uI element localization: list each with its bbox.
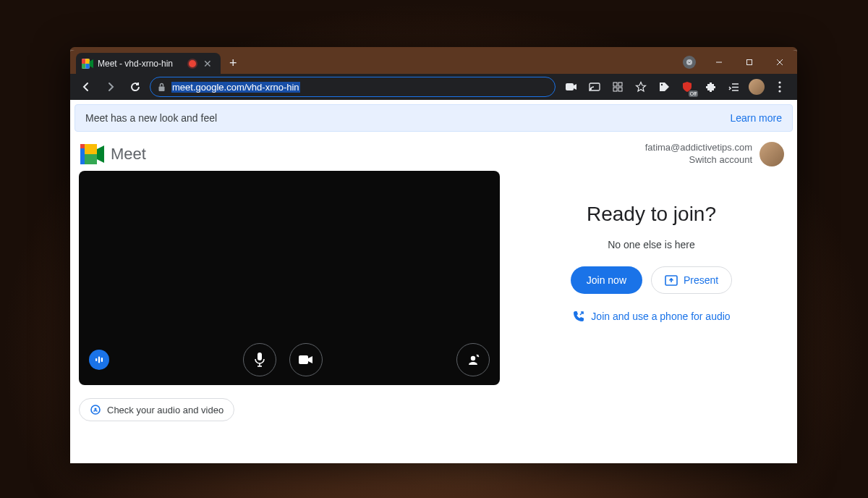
svg-rect-2 (85, 59, 89, 64)
banner-learn-more-link[interactable]: Learn more (730, 112, 782, 124)
svg-rect-30 (98, 357, 100, 363)
chrome-profile-button[interactable] (683, 56, 696, 69)
participants-status: No one else is here (608, 239, 695, 250)
svg-rect-14 (618, 83, 622, 86)
lock-icon (158, 83, 166, 92)
account-area: fatima@addictivetips.com Switch account (645, 142, 784, 166)
microphone-toggle-button[interactable] (243, 343, 276, 376)
account-avatar[interactable] (760, 142, 784, 166)
reload-button[interactable] (125, 77, 145, 97)
svg-rect-28 (80, 148, 85, 164)
main-content: Check your audio and video Ready to join… (70, 171, 797, 436)
browser-window: Meet - vhd-xrno-hin ✕ + (70, 47, 797, 463)
adblock-extension-icon[interactable]: Off (678, 78, 696, 96)
svg-rect-13 (613, 83, 617, 86)
reading-list-icon[interactable] (725, 78, 742, 96)
svg-rect-10 (159, 86, 165, 91)
account-email: fatima@addictivetips.com (645, 142, 752, 154)
svg-rect-32 (258, 353, 262, 360)
minimize-button[interactable] (705, 52, 733, 72)
svg-rect-7 (747, 59, 752, 64)
recording-indicator-icon (189, 60, 196, 67)
back-button[interactable] (76, 77, 96, 97)
svg-rect-31 (101, 358, 103, 362)
meet-brand: Meet (80, 144, 146, 164)
tag-extension-icon[interactable] (655, 78, 673, 96)
svg-point-38 (94, 408, 96, 410)
address-bar: meet.google.com/vhd-xrno-hin Off (70, 74, 797, 100)
chrome-menu-button[interactable] (771, 78, 788, 96)
browser-tab[interactable]: Meet - vhd-xrno-hin ✕ (76, 53, 221, 74)
maximize-button[interactable] (735, 52, 764, 72)
camera-indicator-icon[interactable] (563, 78, 580, 96)
window-controls (683, 50, 794, 74)
svg-point-23 (778, 90, 780, 92)
profile-avatar-small[interactable] (748, 78, 765, 96)
close-tab-button[interactable]: ✕ (200, 58, 215, 69)
present-label: Present (684, 274, 718, 286)
svg-point-36 (471, 356, 475, 360)
video-preview (79, 171, 500, 385)
url-text: meet.google.com/vhd-xrno-hin (171, 82, 300, 93)
svg-point-17 (660, 83, 662, 85)
url-input[interactable]: meet.google.com/vhd-xrno-hin (150, 77, 556, 97)
meet-header: Meet fatima@addictivetips.com Switch acc… (70, 132, 797, 171)
titlebar: Meet - vhd-xrno-hin ✕ + (70, 50, 797, 74)
join-now-button[interactable]: Join now (571, 266, 642, 294)
extensions-icon[interactable] (702, 78, 719, 96)
info-banner: Meet has a new look and feel Learn more (75, 104, 793, 132)
svg-rect-16 (618, 88, 622, 91)
tab-title: Meet - vhd-xrno-hin (98, 59, 173, 69)
svg-rect-29 (95, 358, 97, 361)
join-by-phone-link[interactable]: Join and use a phone for audio (572, 310, 730, 323)
join-by-phone-label: Join and use a phone for audio (591, 311, 730, 322)
grid-extension-icon[interactable] (609, 78, 626, 96)
audio-level-indicator-icon (89, 350, 109, 370)
svg-rect-27 (85, 154, 97, 164)
svg-rect-11 (566, 83, 574, 90)
bookmark-star-icon[interactable] (632, 78, 650, 96)
present-icon (665, 275, 678, 286)
phone-icon (572, 310, 585, 323)
visual-effects-button[interactable] (456, 343, 490, 376)
camera-toggle-button[interactable] (289, 343, 323, 376)
svg-rect-35 (299, 355, 308, 364)
switch-account-link[interactable]: Switch account (689, 154, 752, 166)
present-button[interactable]: Present (651, 266, 732, 294)
cast-icon[interactable] (586, 78, 603, 96)
meet-favicon (82, 58, 93, 69)
ready-heading: Ready to join? (587, 203, 716, 226)
forward-button[interactable] (101, 77, 121, 97)
close-window-button[interactable] (765, 52, 794, 72)
svg-rect-1 (82, 59, 85, 64)
svg-point-22 (778, 85, 780, 88)
svg-rect-4 (85, 64, 89, 69)
check-audio-video-button[interactable]: Check your audio and video (79, 398, 234, 421)
settings-check-icon (90, 404, 101, 415)
svg-rect-15 (613, 88, 617, 91)
svg-point-21 (778, 81, 780, 83)
svg-rect-3 (82, 64, 85, 69)
meet-logo-icon (80, 144, 105, 164)
join-panel: Ready to join? No one else is here Join … (514, 171, 788, 421)
banner-text: Meet has a new look and feel (85, 112, 217, 124)
check-audio-video-label: Check your audio and video (107, 405, 224, 415)
svg-point-5 (686, 59, 692, 65)
new-tab-button[interactable]: + (221, 53, 246, 74)
svg-rect-26 (85, 144, 97, 154)
meet-title: Meet (111, 145, 146, 164)
